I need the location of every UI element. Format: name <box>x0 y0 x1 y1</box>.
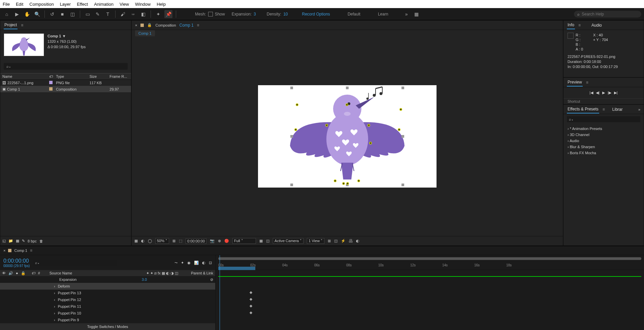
preview-tab[interactable]: Preview <box>567 78 583 87</box>
menu-edit[interactable]: Edit <box>16 2 23 7</box>
view-options-icon[interactable]: ⊞ <box>328 239 331 243</box>
work-area[interactable] <box>218 267 255 270</box>
puppet-pin[interactable] <box>346 103 348 106</box>
panel-menu-icon[interactable]: ≡ <box>21 23 23 28</box>
label-icon[interactable]: 🏷 <box>32 271 35 275</box>
fx-category[interactable]: › 3D Channel <box>564 132 644 138</box>
keyframe[interactable] <box>250 291 252 294</box>
timeline-search[interactable]: ⌕▾ <box>33 260 117 266</box>
twirl-icon[interactable]: › <box>54 311 55 315</box>
comp-subtab[interactable]: Comp 1 <box>135 30 155 36</box>
type-tool-icon[interactable]: T <box>104 10 112 18</box>
flowchart-icon[interactable]: 品 <box>349 238 353 243</box>
menu-view[interactable]: View <box>120 2 129 7</box>
bpc-label[interactable]: 8 bpc <box>28 239 37 243</box>
puppet-pin[interactable] <box>334 179 336 182</box>
workspace-icon[interactable]: ▦ <box>413 10 421 18</box>
menu-file[interactable]: File <box>3 2 10 7</box>
timeline-scrollbar[interactable] <box>218 257 641 260</box>
keyframe[interactable] <box>250 298 252 301</box>
timeline-row[interactable]: ›Puppet Pin 12 <box>0 296 215 303</box>
handle[interactable] <box>401 184 404 186</box>
overflow-icon[interactable]: » <box>638 107 640 111</box>
effects-search[interactable]: ⌕▾ <box>567 116 640 122</box>
toggle-switches[interactable]: Toggle Switches / Modes <box>0 323 215 330</box>
search-help[interactable]: ⌕ <box>574 11 641 18</box>
puppet-pin[interactable] <box>342 182 345 185</box>
panel-menu-icon[interactable]: ≡ <box>578 23 581 28</box>
record-options-link[interactable]: Record Options <box>302 12 330 16</box>
adjust-icon[interactable]: ✎ <box>22 239 25 243</box>
timeline-row[interactable]: Expansion3.0⊘ <box>0 276 215 283</box>
twirl-icon[interactable]: › <box>54 318 55 322</box>
close-icon[interactable]: × <box>3 249 5 253</box>
interpret-icon[interactable]: ◱ <box>2 239 6 243</box>
audio-icon[interactable]: 🔊 <box>8 271 13 275</box>
views-dropdown[interactable]: 1 View ˅ <box>307 238 324 244</box>
handle[interactable] <box>290 135 293 138</box>
comp-name-link[interactable]: Comp 1 <box>180 23 194 28</box>
snapshot-icon[interactable]: 📷 <box>210 239 215 243</box>
keyframe[interactable] <box>250 305 252 307</box>
expansion-value[interactable]: 3 <box>254 12 256 16</box>
trash-icon[interactable]: 🗑 <box>39 239 43 243</box>
solo-icon[interactable]: ● <box>16 271 18 275</box>
lock-icon[interactable]: 🔒 <box>147 23 152 27</box>
mesh-show-checkbox[interactable] <box>208 12 213 16</box>
puppet-pin[interactable] <box>325 124 328 127</box>
col-size[interactable]: Size <box>88 73 108 79</box>
handle[interactable] <box>401 87 404 89</box>
panel-menu-icon[interactable]: ≡ <box>603 107 605 112</box>
puppet-pin[interactable] <box>399 108 402 111</box>
frame-blend-icon[interactable]: ✦ <box>181 261 184 265</box>
next-frame-icon[interactable]: |▶ <box>608 91 611 95</box>
transparency-icon[interactable]: ▦ <box>259 239 263 243</box>
puppet-pin[interactable] <box>369 142 372 144</box>
libraries-tab[interactable]: Librar <box>612 106 623 113</box>
twirl-icon[interactable]: › <box>54 304 55 308</box>
prev-frame-icon[interactable]: ◀| <box>596 91 600 95</box>
clone-tool-icon[interactable]: ⎃ <box>129 10 137 18</box>
panel-menu-icon[interactable]: ≡ <box>586 80 588 85</box>
project-item[interactable]: ▣Comp 1 Composition 29.97 <box>0 86 131 92</box>
puppet-pin[interactable] <box>296 103 298 106</box>
menu-help[interactable]: Help <box>157 2 166 7</box>
canvas[interactable] <box>258 85 437 188</box>
source-name-label[interactable]: Source Name <box>50 271 72 275</box>
home-icon[interactable]: ⌂ <box>3 10 11 18</box>
3d-icon[interactable]: ◫ <box>266 239 269 243</box>
resolution-dropdown[interactable]: Full ˅ <box>232 238 256 244</box>
timeline-row[interactable]: ›Puppet Pin 11 <box>0 303 215 310</box>
channel-icon[interactable]: ◐ <box>141 239 144 243</box>
handle[interactable] <box>401 135 404 138</box>
col-framerate[interactable]: Frame R... <box>107 73 131 79</box>
puppet-tool-icon[interactable]: 📌 <box>164 10 172 18</box>
timeline-row[interactable]: ›Puppet Pin 9 <box>0 317 215 323</box>
menu-animation[interactable]: Animation <box>94 2 114 7</box>
effects-tab[interactable]: Effects & Presets <box>567 105 599 113</box>
brush-tool-icon[interactable]: 🖌 <box>119 10 127 18</box>
current-time[interactable]: 0:00:00:00 <box>3 258 30 264</box>
draft-3d-icon[interactable]: ◐ <box>202 261 205 265</box>
roto-tool-icon[interactable]: ✦ <box>154 10 162 18</box>
last-frame-icon[interactable]: ▶| <box>614 91 618 95</box>
graph-icon[interactable]: 📊 <box>194 261 199 265</box>
av-icon[interactable]: 👁 <box>2 271 6 275</box>
fast-preview-icon[interactable]: ⚡ <box>341 239 346 243</box>
info-tab[interactable]: Info <box>567 21 575 29</box>
fx-category[interactable]: › * Animation Presets <box>564 126 644 132</box>
puppet-pin[interactable] <box>357 179 360 182</box>
panel-menu-icon[interactable]: ≡ <box>197 23 199 28</box>
twirl-icon[interactable]: › <box>54 291 55 295</box>
fx-category[interactable]: › Boris FX Mocha <box>564 150 644 156</box>
twirl-icon[interactable]: › <box>54 298 55 302</box>
col-type[interactable]: Type <box>54 73 87 79</box>
comp-thumbnail[interactable] <box>4 33 44 56</box>
shy-icon[interactable]: ⤳ <box>174 261 178 265</box>
color-icon[interactable]: 🔴 <box>224 239 229 243</box>
pen-tool-icon[interactable]: ✎ <box>94 10 102 18</box>
workspace-learn[interactable]: Learn <box>378 12 388 16</box>
menu-composition[interactable]: Composition <box>29 2 54 7</box>
dropdown-icon[interactable]: ▼ <box>62 34 66 38</box>
handle[interactable] <box>290 184 293 186</box>
